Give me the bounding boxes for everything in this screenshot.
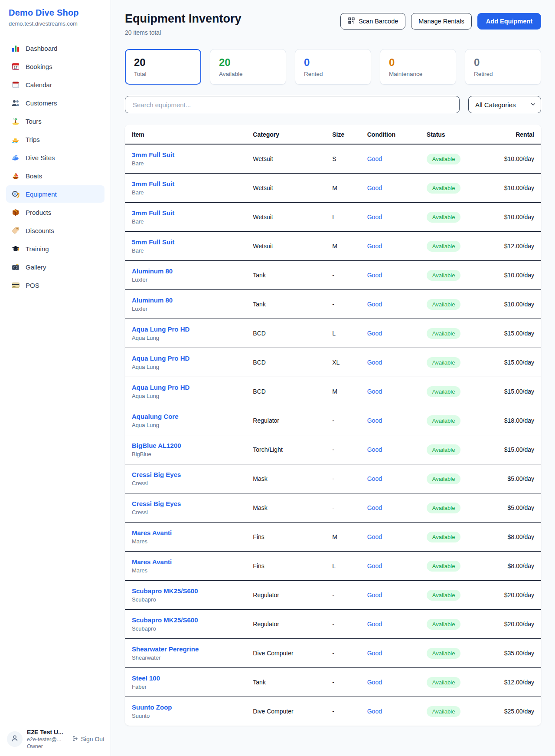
cell-rental: $10.00/day [497,290,541,319]
item-name-link[interactable]: Steel 100 [132,674,239,682]
brand-domain: demo.test.divestreams.com [9,20,102,27]
sidebar-item-dashboard[interactable]: Dashboard [6,39,104,57]
item-name-link[interactable]: 3mm Full Suit [132,180,239,187]
item-name-link[interactable]: Aqualung Core [132,413,239,420]
stat-card-retired[interactable]: 0Retired [465,49,541,85]
condition-link[interactable]: Good [360,610,420,639]
status-badge: Available [427,299,461,310]
status-badge: Available [427,677,461,688]
cell-size: - [325,697,360,726]
item-name-link[interactable]: Scubapro MK25/S600 [132,587,239,595]
sidebar-item-pos[interactable]: POS [6,276,104,294]
condition-link[interactable]: Good [360,552,420,581]
scan-barcode-button[interactable]: Scan Barcode [340,13,405,30]
condition-link[interactable]: Good [360,144,420,174]
item-brand: Bare [132,160,239,167]
item-name-link[interactable]: 3mm Full Suit [132,209,239,217]
item-name-link[interactable]: Aqua Lung Pro HD [132,325,239,333]
condition-link[interactable]: Good [360,377,420,406]
cell-rental: $10.00/day [497,174,541,203]
sidebar-item-gallery[interactable]: Gallery [6,258,104,276]
sidebar-item-dive-sites[interactable]: Dive Sites [6,149,104,166]
condition-link[interactable]: Good [360,203,420,232]
brand-name[interactable]: Demo Dive Shop [9,8,102,18]
condition-link[interactable]: Good [360,523,420,552]
sidebar-item-trips[interactable]: Trips [6,131,104,148]
cell-size: - [325,668,360,697]
cell-item: 3mm Full SuitBare [125,174,246,203]
condition-link[interactable]: Good [360,435,420,464]
table-row: Aqua Lung Pro HDAqua LungBCDXLGoodAvaila… [125,348,541,377]
cell-item: Cressi Big EyesCressi [125,493,246,523]
search-input[interactable] [125,96,460,113]
sidebar-item-equipment[interactable]: Equipment [6,185,104,203]
condition-link[interactable]: Good [360,348,420,377]
condition-link[interactable]: Good [360,697,420,726]
stat-card-maintenance[interactable]: 0Maintenance [380,49,456,85]
item-name-link[interactable]: Cressi Big Eyes [132,500,239,507]
item-name-link[interactable]: Scubapro MK25/S600 [132,616,239,624]
cell-status: Available [420,493,497,523]
stat-card-rented[interactable]: 0Rented [295,49,371,85]
item-name-link[interactable]: Aqua Lung Pro HD [132,355,239,362]
cell-status: Available [420,435,497,464]
sidebar-item-calendar[interactable]: Calendar [6,76,104,93]
cell-size: - [325,493,360,523]
sidebar-item-customers[interactable]: Customers [6,94,104,112]
item-name-link[interactable]: Mares Avanti [132,558,239,565]
cell-rental: $10.00/day [497,203,541,232]
condition-link[interactable]: Good [360,290,420,319]
condition-link[interactable]: Good [360,668,420,697]
stat-value: 20 [134,56,192,69]
sidebar-item-training[interactable]: Training [6,240,104,257]
condition-link[interactable]: Good [360,406,420,435]
item-name-link[interactable]: Aluminum 80 [132,267,239,275]
sidebar-item-products[interactable]: Products [6,204,104,221]
add-equipment-button[interactable]: Add Equipment [477,13,541,30]
item-name-link[interactable]: Shearwater Peregrine [132,645,239,653]
cell-status: Available [420,697,497,726]
column-header-status: Status [420,125,497,144]
sidebar-item-boats[interactable]: Boats [6,167,104,184]
item-name-link[interactable]: Suunto Zoop [132,703,239,711]
item-name-link[interactable]: 3mm Full Suit [132,151,239,158]
condition-link[interactable]: Good [360,639,420,668]
cell-item: Aqualung CoreAqua Lung [125,406,246,435]
cell-category: Fins [246,552,325,581]
main-content: Equipment Inventory 20 items total Scan … [111,0,555,756]
sidebar-item-discounts[interactable]: Discounts [6,222,104,239]
condition-link[interactable]: Good [360,319,420,348]
condition-link[interactable]: Good [360,261,420,290]
sidebar-item-tours[interactable]: Tours [6,112,104,130]
item-name-link[interactable]: Cressi Big Eyes [132,471,239,478]
item-name-link[interactable]: Aqua Lung Pro HD [132,384,239,391]
condition-link[interactable]: Good [360,581,420,610]
cell-item: 3mm Full SuitBare [125,203,246,232]
item-brand: Cressi [132,509,239,516]
bookings-icon: 17 [11,62,20,71]
stat-card-available[interactable]: 20Available [210,49,286,85]
table-header-row: Item Category Size Condition Status Rent… [125,125,541,144]
cell-item: Cressi Big EyesCressi [125,464,246,493]
status-badge: Available [427,706,461,717]
item-name-link[interactable]: BigBlue AL1200 [132,442,239,449]
manage-rentals-button[interactable]: Manage Rentals [411,13,472,30]
cell-rental: $20.00/day [497,610,541,639]
category-select[interactable]: All Categories [468,96,541,113]
cell-status: Available [420,348,497,377]
column-header-category: Category [246,125,325,144]
condition-link[interactable]: Good [360,232,420,261]
table-row: 3mm Full SuitBareWetsuitSGoodAvailable$1… [125,144,541,174]
item-name-link[interactable]: Aluminum 80 [132,296,239,304]
item-name-link[interactable]: Mares Avanti [132,529,239,536]
column-header-rental: Rental [497,125,541,144]
sign-out-button[interactable]: Sign Out [72,735,104,743]
condition-link[interactable]: Good [360,493,420,523]
sidebar-item-bookings[interactable]: 17Bookings [6,58,104,75]
condition-link[interactable]: Good [360,464,420,493]
table-row: Cressi Big EyesCressiMask-GoodAvailable$… [125,464,541,493]
item-name-link[interactable]: 5mm Full Suit [132,238,239,246]
condition-link[interactable]: Good [360,174,420,203]
stat-card-total[interactable]: 20Total [125,49,201,85]
category-select-wrap: All Categories [468,96,541,113]
